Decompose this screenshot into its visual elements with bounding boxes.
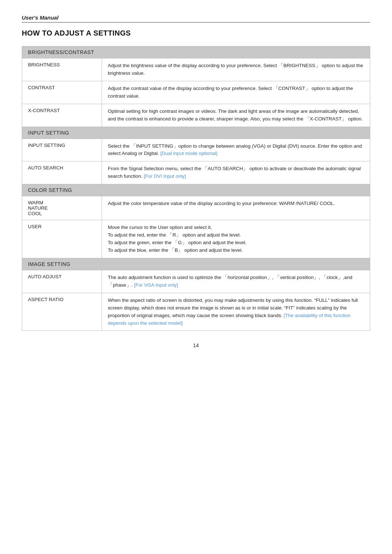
- user-label: USER: [22, 220, 102, 258]
- page-footer: 14: [22, 342, 370, 348]
- top-divider: [22, 22, 370, 22]
- input-setting-desc: Select the 「INPUT SETTING」option to chan…: [102, 139, 370, 161]
- section-input-setting: INPUT SETTING: [22, 127, 370, 139]
- auto-adjust-label: AUTO ADJUST: [22, 270, 102, 293]
- section-brightness-contrast: BRIGHTNESS/CONTRAST: [22, 46, 370, 58]
- warm-nature-cool-desc: Adjust the color temperature value of th…: [102, 196, 370, 220]
- auto-adjust-desc: The auto adjustment function is used to …: [102, 270, 370, 293]
- auto-search-label: AUTO SEARCH: [22, 161, 102, 184]
- table-row: BRIGHTNESS Adjust the brightness value o…: [22, 58, 370, 81]
- auto-search-desc: From the Signal Selection menu, select t…: [102, 161, 370, 184]
- section-header-label: COLOR SETTING: [22, 184, 370, 196]
- page-title: HOW TO ADJUST A SETTINGS: [22, 29, 370, 37]
- table-row: AUTO ADJUST The auto adjustment function…: [22, 270, 370, 293]
- manual-label: User's Manual: [22, 15, 370, 21]
- xcontrast-desc: Optimal setting for high contrast images…: [102, 104, 370, 127]
- table-row: USER Move the cursor to the User option …: [22, 220, 370, 258]
- section-header-label: IMAGE SETTING: [22, 258, 370, 270]
- table-row: INPUT SETTING Select the 「INPUT SETTING」…: [22, 139, 370, 161]
- user-desc: Move the cursor to the User option and s…: [102, 220, 370, 258]
- auto-adjust-link: [For VGA Input only]: [134, 282, 178, 288]
- table-row: X-CONTRAST Optimal setting for high cont…: [22, 104, 370, 127]
- xcontrast-label: X-CONTRAST: [22, 104, 102, 127]
- table-row: ASPECT RATIO When the aspect ratio of sc…: [22, 293, 370, 331]
- table-row: CONTRAST Adjust the contrast value of th…: [22, 81, 370, 104]
- table-row: WARM NATURE COOL Adjust the color temper…: [22, 196, 370, 220]
- auto-search-link: [For DVI Input only]: [144, 173, 186, 179]
- section-header-label: INPUT SETTING: [22, 127, 370, 139]
- contrast-label: CONTRAST: [22, 81, 102, 104]
- settings-table: BRIGHTNESS/CONTRAST BRIGHTNESS Adjust th…: [22, 46, 370, 331]
- aspect-ratio-label: ASPECT RATIO: [22, 293, 102, 331]
- aspect-ratio-desc: When the aspect ratio of screen is disto…: [102, 293, 370, 331]
- contrast-desc: Adjust the contrast value of the display…: [102, 81, 370, 104]
- brightness-desc: Adjust the brightness value of the displ…: [102, 58, 370, 81]
- table-row: AUTO SEARCH From the Signal Selection me…: [22, 161, 370, 184]
- input-setting-text-before: Select the 「INPUT SETTING」option to chan…: [108, 143, 362, 156]
- section-image-setting: IMAGE SETTING: [22, 258, 370, 270]
- input-setting-label: INPUT SETTING: [22, 139, 102, 161]
- warm-nature-cool-label: WARM NATURE COOL: [22, 196, 102, 220]
- brightness-label: BRIGHTNESS: [22, 58, 102, 81]
- page-number: 14: [193, 342, 199, 348]
- section-color-setting: COLOR SETTING: [22, 184, 370, 196]
- input-setting-link: [Dual input mode optional]: [160, 151, 217, 156]
- section-header-label: BRIGHTNESS/CONTRAST: [22, 46, 370, 58]
